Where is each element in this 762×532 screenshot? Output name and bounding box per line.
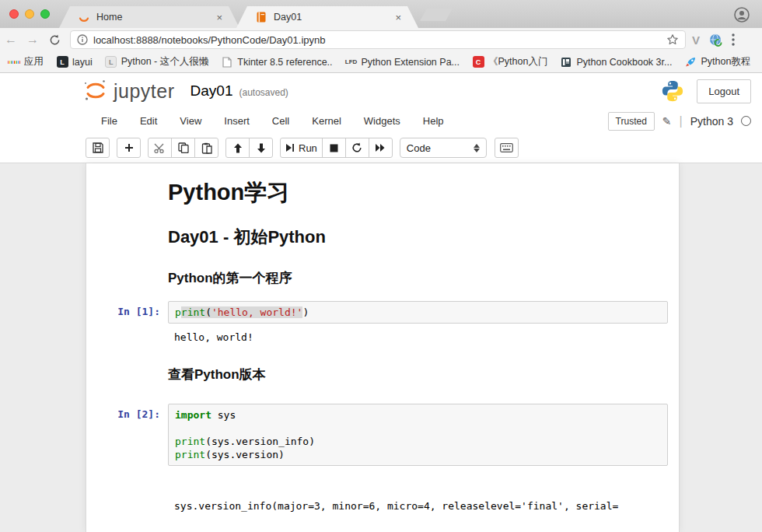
- layui-icon: L: [56, 56, 68, 68]
- cut-cell-button[interactable]: [148, 138, 172, 158]
- bookmark-star-icon[interactable]: [666, 33, 679, 46]
- tab-close-icon[interactable]: ×: [216, 12, 222, 23]
- minimize-window-button[interactable]: [25, 9, 34, 19]
- address-bar[interactable]: localhost:8888/notebooks/PythonCode/Day0…: [70, 30, 686, 49]
- lfd-icon: LFD: [345, 56, 358, 68]
- bookmark-python-intro[interactable]: C 《Python入门: [472, 55, 547, 68]
- forward-button[interactable]: →: [22, 33, 44, 47]
- divider: |: [680, 114, 683, 128]
- extension-v-icon[interactable]: V: [692, 33, 700, 47]
- input-prompt: In [2]:: [86, 404, 168, 466]
- bookmark-python-blog[interactable]: L Python - 这个人很懒: [105, 55, 209, 68]
- reload-button[interactable]: [44, 34, 65, 46]
- output-cell-2: sys.version_info(major=3, minor=6, micro…: [86, 473, 679, 532]
- notebook-container: Python学习 Day01 - 初始Python Python的第一个程序 I…: [86, 163, 680, 532]
- menu-cell[interactable]: Cell: [272, 115, 289, 127]
- output-text-1: hello, world!: [168, 331, 668, 344]
- cell-type-dropdown[interactable]: Code: [400, 138, 487, 158]
- command-palette-button[interactable]: [495, 138, 519, 158]
- apps-grid-icon: [8, 56, 20, 68]
- profile-icon[interactable]: [734, 7, 750, 23]
- jupyter-header: jupyter Day01 (autosaved) Logout File Ed…: [0, 73, 762, 163]
- page-icon: [221, 56, 233, 68]
- close-window-button[interactable]: [9, 9, 19, 19]
- notebook-title[interactable]: Day01: [190, 82, 233, 100]
- new-tab-button[interactable]: [420, 9, 453, 21]
- menu-kernel[interactable]: Kernel: [312, 115, 341, 127]
- move-cell-up-button[interactable]: [225, 138, 250, 158]
- subsection-heading: Python的第一个程序: [168, 269, 668, 287]
- red-c-icon: C: [472, 56, 484, 68]
- markdown-cell-title[interactable]: Python学习: [86, 176, 679, 226]
- bookmark-python-extension[interactable]: LFD Python Extension Pa...: [345, 56, 460, 68]
- menu-edit[interactable]: Edit: [140, 115, 157, 127]
- bookmark-apps[interactable]: 应用: [8, 55, 44, 68]
- copy-cell-button[interactable]: [171, 138, 195, 158]
- bookmarks-bar: 应用 L layui L Python - 这个人很懒 Tkinter 8.5 …: [0, 51, 762, 73]
- run-label: Run: [299, 142, 317, 154]
- tab-label: Day01: [274, 12, 302, 23]
- kernel-name: Python 3: [690, 115, 733, 128]
- jupyter-logo-icon[interactable]: [82, 79, 109, 103]
- menu-help[interactable]: Help: [423, 115, 444, 127]
- url-text[interactable]: localhost:8888/notebooks/PythonCode/Day0…: [93, 34, 666, 46]
- logout-button[interactable]: Logout: [697, 79, 751, 103]
- bookmark-layui[interactable]: L layui: [56, 56, 93, 68]
- window-titlebar: Home × Day01 ×: [0, 0, 762, 28]
- tab-day01[interactable]: Day01 ×: [236, 6, 418, 28]
- add-cell-button[interactable]: [117, 138, 141, 158]
- edit-title-pencil-icon[interactable]: ✎: [662, 115, 672, 128]
- input-prompt: In [1]:: [86, 301, 168, 324]
- info-icon[interactable]: [77, 34, 88, 45]
- save-button[interactable]: [86, 138, 110, 158]
- jupyter-menubar: File Edit View Insert Cell Kernel Widget…: [0, 109, 762, 133]
- restart-kernel-button[interactable]: [345, 138, 369, 158]
- paste-cell-button[interactable]: [194, 138, 218, 158]
- restart-run-all-button[interactable]: [369, 138, 393, 158]
- code-cell-1[interactable]: In [1]: print('hello, world!'): [86, 301, 679, 324]
- interrupt-kernel-button[interactable]: [322, 138, 346, 158]
- code-input-2[interactable]: import sysprint(sys.version_info)print(s…: [168, 404, 668, 466]
- rocket-icon: [684, 56, 697, 68]
- move-cell-down-button[interactable]: [249, 138, 273, 158]
- markdown-cell-version[interactable]: 查看Python版本: [86, 366, 679, 397]
- back-button[interactable]: ←: [0, 33, 22, 47]
- dropdown-arrows-icon: [474, 144, 480, 152]
- menu-file[interactable]: File: [101, 115, 117, 127]
- bookmark-tkinter[interactable]: Tkinter 8.5 reference..: [221, 56, 332, 68]
- tab-label: Home: [96, 12, 122, 23]
- notebook-favicon-icon: [255, 11, 267, 23]
- jupyter-toolbar: Run Code: [0, 133, 762, 163]
- code-input-1[interactable]: print('hello, world!'): [168, 301, 668, 324]
- code-cell-2[interactable]: In [2]: import sysprint(sys.version_info…: [86, 404, 679, 466]
- zoom-window-button[interactable]: [40, 9, 50, 19]
- output-text-2: sys.version_info(major=3, minor=6, micro…: [168, 473, 668, 532]
- bookmark-python-tutorial[interactable]: Python教程: [684, 55, 750, 68]
- tab-close-icon[interactable]: ×: [395, 12, 401, 23]
- jupyter-favicon-icon: [78, 11, 90, 23]
- python-logo-icon: [661, 79, 684, 103]
- autosave-status: (autosaved): [239, 87, 288, 98]
- page-title: Python学习: [168, 177, 668, 208]
- jupyter-wordmark[interactable]: jupyter: [114, 80, 175, 103]
- output-cell-1: hello, world!: [86, 331, 679, 344]
- l-letter-icon: L: [105, 56, 117, 68]
- menu-insert[interactable]: Insert: [224, 115, 250, 127]
- menu-view[interactable]: View: [180, 115, 201, 127]
- notebook-background: Python学习 Day01 - 初始Python Python的第一个程序 I…: [0, 163, 762, 532]
- run-cell-button[interactable]: Run: [280, 138, 323, 158]
- subsection-heading: 查看Python版本: [168, 366, 668, 383]
- markdown-cell-first-program[interactable]: Python的第一个程序: [86, 269, 679, 301]
- book-cover-icon: [560, 56, 572, 68]
- trusted-button[interactable]: Trusted: [608, 112, 655, 131]
- tab-home[interactable]: Home ×: [59, 6, 239, 28]
- extension-globe-icon[interactable]: [709, 33, 722, 47]
- browser-toolbar: ← → localhost:8888/notebooks/PythonCode/…: [0, 28, 762, 51]
- section-heading: Day01 - 初始Python: [168, 226, 668, 249]
- browser-menu-icon[interactable]: [732, 33, 735, 46]
- kernel-status-icon: [741, 116, 751, 126]
- menu-widgets[interactable]: Widgets: [364, 115, 400, 127]
- markdown-cell-day01[interactable]: Day01 - 初始Python: [86, 226, 679, 269]
- bookmark-cookbook[interactable]: Python Cookbook 3r...: [560, 56, 672, 68]
